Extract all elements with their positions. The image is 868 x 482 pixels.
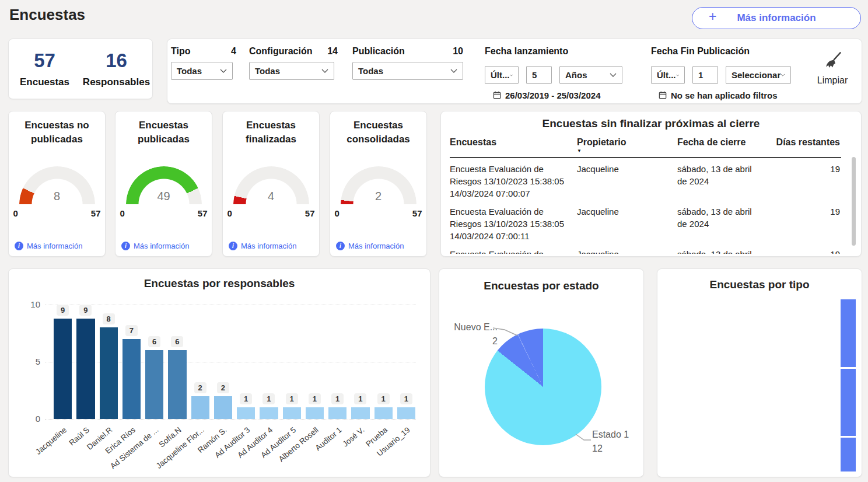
bar-Prueba[interactable]: 1 <box>374 305 393 419</box>
more-info-link[interactable]: iMás información <box>15 242 82 250</box>
more-info-link[interactable]: iMás información <box>229 242 296 250</box>
bar-data-label: 6 <box>148 336 160 347</box>
bar-Sofía.N[interactable]: 6 <box>168 305 186 419</box>
cell-fecha: sábado, 13 de abril de 2024 <box>677 205 775 242</box>
bar-Daniel.R[interactable]: 8 <box>100 305 118 419</box>
bar-Ad Auditor 4[interactable]: 1 <box>260 305 278 419</box>
table-title: Encuestas sin finalizar próximas al cier… <box>441 117 861 130</box>
gauge-visual[interactable]: 4 <box>233 166 309 205</box>
filter-config-dropdown[interactable]: Todas <box>249 62 334 80</box>
bar-rect <box>214 396 232 419</box>
filter-pub-count: 10 <box>453 46 463 57</box>
info-icon: i <box>336 242 345 250</box>
filter-pub-dropdown[interactable]: Todas <box>352 62 463 80</box>
cell-fecha: sábado, 13 de abril de ... <box>677 248 775 254</box>
more-info-button[interactable]: + Más información <box>692 7 861 29</box>
filter-tipo-dropdown[interactable]: Todas <box>171 62 233 80</box>
filter-end-mode-dropdown[interactable]: Últ... <box>651 66 685 84</box>
bar-rect <box>123 339 141 419</box>
filter-tipo: Tipo 4 Todas <box>171 46 236 80</box>
filter-end-unit-dropdown[interactable]: Seleccionar <box>726 66 791 84</box>
gauge-max: 57 <box>91 208 101 218</box>
gauge-value: 2 <box>341 190 416 203</box>
more-info-link[interactable]: iMás información <box>336 242 404 250</box>
gauge-card-3: Encuestas consolidadas2057iMás informaci… <box>330 111 427 257</box>
treemap-card: Encuestas por tipo Elementos, Riesgos y … <box>657 268 862 477</box>
chevron-down-icon <box>321 69 328 73</box>
x-axis-labels: JacquelineRaúl SDaniel.RErica RíosAd Sis… <box>54 422 415 474</box>
bar-Erica Ríos[interactable]: 7 <box>123 305 141 419</box>
bar-Jacqueline[interactable]: 9 <box>54 305 72 419</box>
filter-launch-number-input[interactable]: 5 <box>526 66 552 84</box>
column-header-fecha[interactable]: Fecha de cierre <box>677 137 775 153</box>
cell-encuesta: Encuesta Evaluación de Riesgos 13/10/202… <box>450 163 577 200</box>
filter-launch-unit-dropdown[interactable]: Años <box>559 66 622 84</box>
treemap-small-node-2[interactable] <box>841 438 856 471</box>
gauge-title: Encuestas publicadas <box>120 118 207 146</box>
gauge-visual[interactable]: 2 <box>341 166 416 205</box>
bar-José V.[interactable]: 1 <box>351 305 369 419</box>
gauge-card-1: Encuestas publicadas49057iMás informació… <box>115 111 212 257</box>
gauge-value: 4 <box>233 190 309 203</box>
column-header-dias[interactable]: Días restantes <box>775 137 841 153</box>
table-card-encuestas-sin-finalizar: Encuestas sin finalizar próximas al cier… <box>440 111 862 257</box>
column-header-encuestas[interactable]: Encuestas <box>450 137 577 153</box>
kpi-surveys-label: Encuestas <box>9 76 80 88</box>
bar-Ad Auditor 3[interactable]: 1 <box>237 305 255 419</box>
chevron-down-icon <box>676 74 680 77</box>
pie-chart-card: Encuestas por estado Nuevo E... 2 Estado… <box>439 268 644 477</box>
bar-data-label: 1 <box>377 393 390 404</box>
treemap-small-node-1[interactable] <box>841 369 856 436</box>
bar-data-label: 1 <box>354 393 366 404</box>
treemap-node-elementos[interactable]: Elementos, Riesgos y Controles 52 <box>666 299 839 471</box>
bar-rect <box>283 407 301 419</box>
bar-Raúl S[interactable]: 9 <box>76 305 94 419</box>
filter-tipo-value: Todas <box>177 66 202 76</box>
table-header-row: Encuestas Propietario▼ Fecha de cierre D… <box>450 137 841 158</box>
bar-Usuario_19[interactable]: 1 <box>397 305 415 419</box>
pie-label-estado1: Estado 1 12 <box>592 428 629 456</box>
bar-Ad Auditor 5[interactable]: 1 <box>283 305 301 419</box>
bar-Auditor 1[interactable]: 1 <box>328 305 346 419</box>
more-info-link[interactable]: iMás información <box>121 242 189 250</box>
filter-config-value: Todas <box>255 66 280 76</box>
filter-end-number-input[interactable]: 1 <box>692 66 718 84</box>
clear-filters-label: Limpiar <box>811 75 853 86</box>
bar-rect <box>260 407 278 419</box>
column-header-propietario[interactable]: Propietario▼ <box>577 137 677 153</box>
cell-dias: 19 <box>775 163 841 200</box>
bar-rect <box>191 396 209 419</box>
gauge-visual[interactable]: 49 <box>126 166 202 205</box>
gauge-visual[interactable]: 8 <box>19 166 95 205</box>
chevron-down-icon <box>610 73 617 77</box>
bar-Ad Sistema de ...[interactable]: 6 <box>145 305 163 419</box>
cell-propietario: Jacqueline <box>577 248 677 254</box>
filter-end-label: Fecha Fin Publicación <box>651 46 750 57</box>
table-scrollbar[interactable] <box>852 157 856 246</box>
treemap-small-node-0[interactable] <box>841 299 856 367</box>
chevron-down-icon <box>220 69 227 73</box>
table-row-1[interactable]: Encuesta Evaluación de Riesgos 13/10/202… <box>450 205 841 242</box>
info-icon: i <box>229 242 237 250</box>
filter-end-status-text: No se han aplicado filtros <box>671 90 778 100</box>
clear-filters-button[interactable]: Limpiar <box>811 51 853 86</box>
cell-propietario: Jacqueline <box>577 205 677 242</box>
bar-data-label: 1 <box>240 393 252 404</box>
bar-data-label: 1 <box>400 393 412 404</box>
kpi-card: 57 Encuestas 16 Responsables <box>8 39 153 99</box>
bar-Jacqueline Flor...[interactable]: 2 <box>191 305 209 419</box>
bar-Alberto Rosell[interactable]: 1 <box>306 305 324 419</box>
table-row-2[interactable]: Encuesta Evaluación de ...Jacquelinesába… <box>450 248 841 254</box>
filter-launch-mode-dropdown[interactable]: Últ... <box>485 66 519 84</box>
table-row-0[interactable]: Encuesta Evaluación de Riesgos 13/10/202… <box>450 163 841 200</box>
broom-icon <box>822 51 843 72</box>
filter-fecha-fin: Fecha Fin Publicación <box>651 46 750 57</box>
y-axis-tick: 10 <box>23 299 40 309</box>
gauge-value: 8 <box>19 190 95 203</box>
filter-end-unit-value: Seleccionar <box>732 70 780 80</box>
bar-Ramón S.[interactable]: 2 <box>214 305 232 419</box>
gauge-title: Encuestas finalizadas <box>228 118 314 146</box>
cell-fecha: sábado, 13 de abril de 2024 <box>677 163 775 200</box>
x-axis-label: Jacqueline <box>54 422 72 474</box>
gauge-title: Encuestas no publicadas <box>13 118 100 146</box>
